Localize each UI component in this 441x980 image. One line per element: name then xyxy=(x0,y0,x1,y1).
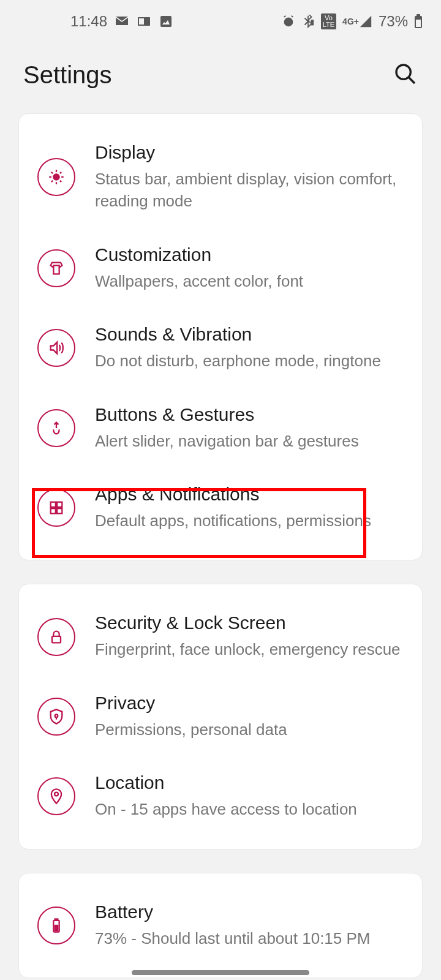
svg-rect-19 xyxy=(55,925,58,930)
svg-rect-12 xyxy=(51,508,56,513)
signal-icon: 4G+ xyxy=(342,15,372,28)
shield-icon xyxy=(37,698,75,736)
status-time: 11:48 xyxy=(70,13,107,30)
outlook-icon xyxy=(137,14,151,29)
item-text: Location On - 15 apps have access to loc… xyxy=(95,772,404,820)
svg-rect-3 xyxy=(311,20,314,25)
sound-icon xyxy=(37,329,75,367)
apps-icon xyxy=(37,489,75,527)
settings-item-customization[interactable]: Customization Wallpapers, accent color, … xyxy=(19,228,422,308)
svg-point-15 xyxy=(55,714,58,717)
item-subtitle: 73% - Should last until about 10:15 PM xyxy=(95,927,404,949)
svg-rect-14 xyxy=(52,636,61,643)
item-text: Apps & Notifications Default apps, notif… xyxy=(95,484,404,532)
item-subtitle: Permissions, personal data xyxy=(95,718,404,741)
lock-icon xyxy=(37,618,75,656)
item-text: Security & Lock Screen Fingerprint, face… xyxy=(95,612,404,660)
item-title: Customization xyxy=(95,244,404,265)
item-title: Sounds & Vibration xyxy=(95,324,404,345)
battery-percentage: 73% xyxy=(379,13,408,30)
item-title: Buttons & Gestures xyxy=(95,404,404,425)
settings-group-3: Battery 73% - Should last until about 10… xyxy=(18,873,423,978)
svg-point-9 xyxy=(53,175,59,180)
item-title: Security & Lock Screen xyxy=(95,612,404,633)
settings-header: Settings xyxy=(0,43,441,113)
item-subtitle: Fingerprint, face unlock, emergency resc… xyxy=(95,638,404,660)
display-icon xyxy=(37,158,75,196)
item-text: Sounds & Vibration Do not disturb, earph… xyxy=(95,324,404,372)
alarm-icon xyxy=(282,15,295,28)
gmail-icon xyxy=(115,14,129,29)
item-title: Privacy xyxy=(95,693,404,714)
settings-item-privacy[interactable]: Privacy Permissions, personal data xyxy=(19,677,422,756)
settings-item-battery[interactable]: Battery 73% - Should last until about 10… xyxy=(19,886,422,965)
gesture-icon xyxy=(37,409,75,447)
status-right: VoLTE 4G+ 73% xyxy=(282,13,423,30)
svg-rect-13 xyxy=(57,508,62,513)
settings-item-buttons[interactable]: Buttons & Gestures Alert slider, navigat… xyxy=(19,388,422,468)
svg-rect-5 xyxy=(417,14,420,17)
page-title: Settings xyxy=(23,61,112,89)
location-icon xyxy=(37,777,75,815)
svg-line-8 xyxy=(409,77,415,83)
item-subtitle: Wallpapers, accent color, font xyxy=(95,270,404,292)
battery-icon xyxy=(414,14,423,29)
svg-point-7 xyxy=(396,65,410,79)
item-title: Battery xyxy=(95,902,404,922)
item-subtitle: Do not disturb, earphone mode, ringtone xyxy=(95,350,404,372)
customization-icon xyxy=(37,249,75,287)
battery-setting-icon xyxy=(37,907,75,944)
item-subtitle: Alert slider, navigation bar & gestures xyxy=(95,430,404,452)
svg-rect-6 xyxy=(416,20,421,27)
item-title: Location xyxy=(95,772,404,793)
settings-item-security[interactable]: Security & Lock Screen Fingerprint, face… xyxy=(19,597,422,676)
svg-rect-1 xyxy=(160,16,172,27)
search-button[interactable] xyxy=(393,62,418,89)
status-bar: 11:48 VoLTE 4G+ 73% xyxy=(0,0,441,43)
navigation-handle[interactable] xyxy=(132,970,309,975)
svg-rect-10 xyxy=(51,502,56,507)
svg-point-2 xyxy=(284,18,293,27)
bluetooth-icon xyxy=(301,15,315,28)
settings-item-sounds[interactable]: Sounds & Vibration Do not disturb, earph… xyxy=(19,308,422,388)
item-subtitle: Status bar, ambient display, vision comf… xyxy=(95,168,404,213)
volte-icon: VoLTE xyxy=(321,13,336,29)
item-text: Display Status bar, ambient display, vis… xyxy=(95,142,404,213)
svg-point-16 xyxy=(55,793,58,796)
item-subtitle: On - 15 apps have access to location xyxy=(95,798,404,820)
settings-group-2: Security & Lock Screen Fingerprint, face… xyxy=(18,584,423,849)
item-text: Privacy Permissions, personal data xyxy=(95,693,404,741)
item-text: Customization Wallpapers, accent color, … xyxy=(95,244,404,292)
item-text: Battery 73% - Should last until about 10… xyxy=(95,902,404,949)
item-subtitle: Default apps, notifications, permissions xyxy=(95,510,404,532)
status-left: 11:48 xyxy=(18,13,173,30)
settings-item-apps-notifications[interactable]: Apps & Notifications Default apps, notif… xyxy=(19,468,422,548)
svg-rect-18 xyxy=(55,919,58,920)
settings-group-1: Display Status bar, ambient display, vis… xyxy=(18,113,423,560)
item-text: Buttons & Gestures Alert slider, navigat… xyxy=(95,404,404,452)
item-title: Apps & Notifications xyxy=(95,484,404,505)
settings-item-display[interactable]: Display Status bar, ambient display, vis… xyxy=(19,126,422,228)
image-icon xyxy=(159,14,173,29)
svg-rect-11 xyxy=(57,502,62,507)
settings-item-location[interactable]: Location On - 15 apps have access to loc… xyxy=(19,756,422,836)
item-title: Display xyxy=(95,142,404,163)
